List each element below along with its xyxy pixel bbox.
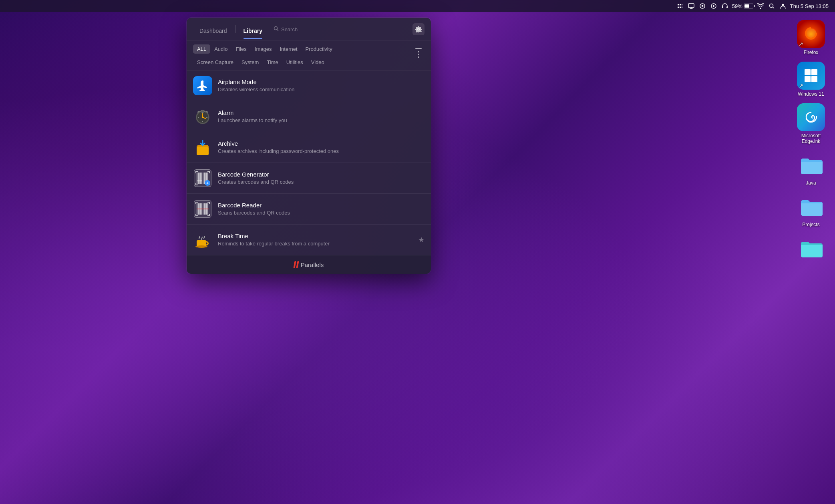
search-icon — [274, 26, 279, 32]
svg-point-6 — [782, 4, 784, 6]
svg-rect-25 — [197, 147, 209, 155]
dock-label-java: Java — [806, 180, 816, 186]
dock-item-projects[interactable]: Projects — [797, 192, 825, 227]
parallels-wordmark: Parallels — [301, 261, 324, 268]
dock-icon-windows11: ↗ — [797, 62, 825, 90]
list-item-break-time[interactable]: Break Time Reminds to take regular break… — [187, 225, 431, 255]
list-item-barcode-generator[interactable]: + Barcode Generator Creates barcodes and… — [187, 163, 431, 194]
filter-tab-internet[interactable]: Internet — [276, 44, 301, 54]
firefox-alias-arrow: ↗ — [799, 41, 803, 47]
item-icon-barcode-reader — [193, 199, 212, 219]
menubar-screen-icon[interactable] — [687, 2, 695, 10]
dock-item-firefox[interactable]: ↗ Firefox — [797, 20, 825, 55]
item-icon-barcode-generator: + — [193, 169, 212, 188]
dock-label-windows11: Windows 11 — [798, 91, 824, 97]
item-icon-alarm — [193, 107, 212, 126]
item-text-archive: Archive Creates archives including passw… — [218, 140, 425, 155]
search-area: Search — [269, 26, 412, 37]
dock-icon-java — [797, 151, 825, 179]
list-item-alarm[interactable]: Alarm Launches alarms to notify you — [187, 101, 431, 132]
tab-dashboard[interactable]: Dashboard — [193, 24, 233, 39]
svg-rect-9 — [805, 69, 811, 75]
item-title-barcode-generator: Barcode Generator — [218, 171, 425, 178]
item-desc-break-time: Reminds to take regular breaks from a co… — [218, 241, 412, 247]
menubar-wifi-icon[interactable] — [757, 2, 765, 10]
item-text-barcode-generator: Barcode Generator Creates barcodes and Q… — [218, 171, 425, 186]
battery-percent: 59% — [732, 3, 742, 9]
svg-rect-30 — [203, 173, 203, 184]
search-placeholder: Search — [281, 26, 298, 32]
menubar-tools-icon[interactable] — [676, 2, 684, 10]
dock-item-folder-bottom[interactable] — [797, 234, 825, 262]
filter-tab-video[interactable]: Video — [307, 58, 328, 67]
svg-rect-10 — [811, 69, 817, 75]
menubar-search-icon[interactable] — [768, 2, 776, 10]
svg-rect-28 — [199, 173, 201, 184]
item-title-break-time: Break Time — [218, 233, 412, 239]
dock-icon-firefox: ↗ — [797, 20, 825, 48]
menubar-profiles-icon[interactable] — [779, 2, 787, 10]
item-text-break-time: Break Time Reminds to take regular break… — [218, 233, 412, 247]
svg-rect-27 — [198, 173, 199, 184]
item-desc-barcode-generator: Creates barcodes and QR codes — [218, 179, 425, 186]
filter-tab-files[interactable]: Files — [231, 44, 250, 54]
filter-tab-images[interactable]: Images — [251, 44, 276, 54]
parallels-bars-icon — [294, 261, 298, 268]
window-footer: Parallels — [187, 255, 431, 274]
item-star-break-time[interactable]: ★ — [418, 235, 425, 244]
dock-label-firefox: Firefox — [804, 50, 819, 55]
filter-tab-time[interactable]: Time — [263, 58, 282, 67]
list-item-archive[interactable]: Archive Creates archives including passw… — [187, 132, 431, 163]
filter-tab-audio[interactable]: Audio — [210, 44, 231, 54]
dock-label-edge: Microsoft Edge.lnk — [795, 133, 827, 144]
filter-bar: ALL Audio Files Images Internet Producti… — [187, 40, 431, 70]
svg-point-24 — [201, 110, 205, 112]
battery-icon — [744, 4, 753, 8]
filter-tab-utilities[interactable]: Utilities — [282, 58, 307, 67]
filter-menu-button[interactable] — [412, 44, 425, 62]
item-desc-barcode-reader: Scans barcodes and QR codes — [218, 210, 425, 217]
menubar-play-icon[interactable] — [710, 2, 718, 10]
filter-tab-screen-capture[interactable]: Screen Capture — [193, 58, 237, 67]
item-title-barcode-reader: Barcode Reader — [218, 202, 425, 209]
menubar: 59% — [0, 0, 835, 12]
svg-rect-0 — [688, 4, 694, 8]
item-title-airplane: Airplane Mode — [218, 78, 425, 85]
gear-button[interactable] — [412, 23, 425, 35]
item-desc-alarm: Launches alarms to notify you — [218, 117, 425, 124]
item-text-alarm: Alarm Launches alarms to notify you — [218, 109, 425, 124]
tab-library[interactable]: Library — [237, 24, 269, 39]
menubar-upload-icon[interactable] — [698, 2, 706, 10]
parallels-window: Dashboard Library Search ALL Audio Files — [187, 18, 431, 274]
menubar-battery: 59% — [732, 3, 753, 9]
dock-item-java[interactable]: Java — [797, 151, 825, 186]
menubar-headphones-icon[interactable] — [721, 2, 729, 10]
svg-point-45 — [195, 245, 207, 248]
item-desc-airplane: Disables wireless communication — [218, 86, 425, 93]
item-desc-archive: Creates archives including password-prot… — [218, 148, 425, 155]
content-list: Airplane Mode Disables wireless communic… — [187, 70, 431, 255]
filter-tab-all[interactable]: ALL — [193, 44, 210, 54]
windows11-alias-arrow: ↗ — [799, 82, 803, 89]
filter-tab-productivity[interactable]: Productivity — [302, 44, 336, 54]
dock-icon-projects — [797, 192, 825, 220]
dock: ↗ Firefox ↗ Windows 11 Microsoft Edge.ln… — [795, 20, 827, 262]
item-title-alarm: Alarm — [218, 109, 425, 116]
dock-item-windows11[interactable]: ↗ Windows 11 — [797, 62, 825, 97]
window-header: Dashboard Library Search — [187, 18, 431, 40]
svg-rect-4 — [726, 6, 728, 8]
svg-rect-26 — [197, 173, 197, 184]
svg-rect-29 — [201, 173, 202, 184]
dock-item-edge[interactable]: Microsoft Edge.lnk — [795, 103, 827, 144]
dock-icon-edge — [797, 103, 825, 131]
svg-rect-11 — [805, 76, 811, 82]
svg-rect-12 — [811, 76, 817, 82]
list-item-airplane-mode[interactable]: Airplane Mode Disables wireless communic… — [187, 70, 431, 101]
filter-tab-system[interactable]: System — [237, 58, 263, 67]
list-item-barcode-reader[interactable]: Barcode Reader Scans barcodes and QR cod… — [187, 194, 431, 225]
svg-rect-34 — [197, 181, 202, 181]
item-icon-archive — [193, 138, 212, 157]
header-divider — [235, 25, 235, 33]
dock-label-projects: Projects — [802, 222, 819, 227]
parallels-logo: Parallels — [294, 261, 324, 268]
